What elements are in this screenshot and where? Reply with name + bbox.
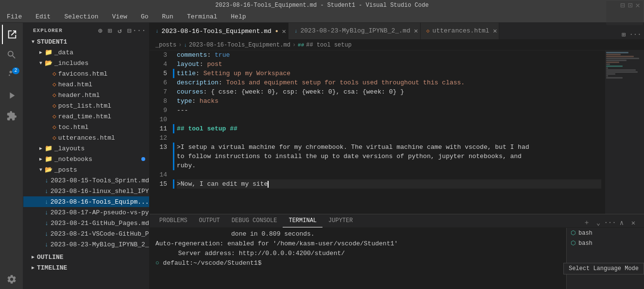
code-line-11: ## tool setup ## — [177, 124, 601, 133]
menu-terminal[interactable]: Terminal — [184, 12, 220, 21]
line-num-11: 11 — [150, 124, 167, 133]
code-line-15: >Now, I can edit my site — [177, 179, 601, 189]
menu-edit[interactable]: Edit — [33, 12, 53, 21]
folder-icon: 📁 — [45, 48, 52, 56]
breadcrumb-file[interactable]: 2023-08-16-Tools_Equipment.md — [189, 42, 290, 48]
tab-problems[interactable]: PROBLEMS — [153, 214, 193, 227]
menu-selection[interactable]: Selection — [61, 12, 101, 21]
tab-close-btn[interactable]: ✕ — [282, 27, 286, 35]
line-num-13c — [150, 161, 167, 170]
tab-myblog[interactable]: ↓ 2023-08-23-MyBlog_IPYNB_2_.md ✕ — [288, 23, 421, 39]
code-content[interactable]: comments: true layout: post title: Setti… — [173, 50, 605, 214]
code-line-9: --- — [177, 106, 601, 115]
activity-settings[interactable] — [2, 270, 21, 289]
sidebar-item-head[interactable]: ◇ head.html — [23, 79, 149, 90]
breadcrumb-section[interactable]: ## tool setup — [306, 42, 352, 48]
bash-icon: ⬡ — [571, 229, 576, 237]
activity-explorer[interactable] — [2, 25, 21, 44]
sidebar-item-timeline[interactable]: ▶ TIMELINE — [23, 262, 149, 273]
breadcrumb-posts[interactable]: _posts — [155, 42, 176, 48]
sidebar-item-utterances[interactable]: ◇ utterances.html — [23, 132, 149, 143]
terminal-content[interactable]: done in 0.809 seconds. Auto-regeneration… — [150, 228, 566, 289]
new-folder-icon[interactable]: ⊞ — [106, 27, 114, 34]
tab-tools-equipment[interactable]: ↓ 2023-08-16-Tools_Equipment.md ● ✕ — [150, 23, 288, 39]
new-file-icon[interactable]: ⊕ — [97, 27, 104, 34]
editor-area: ↓ 2023-08-16-Tools_Equipment.md ● ✕ ↓ 20… — [150, 23, 644, 289]
terminal-line-2: Auto-regeneration: enabled for '/home/ka… — [155, 240, 560, 248]
sidebar-item-linux[interactable]: ↓ 2023-08-16-linux_shell_IPYNB_... — [23, 186, 149, 196]
terminal-maximize-icon[interactable]: ∧ — [617, 218, 627, 227]
add-terminal-icon[interactable]: ＋ — [582, 218, 592, 227]
tab-jupyter[interactable]: JUPYTER — [322, 214, 358, 227]
menu-view[interactable]: View — [109, 12, 130, 21]
sidebar-item-pseudo[interactable]: ↓ 2023-08-17-AP-pseudo-vs-pyth... — [23, 207, 149, 218]
terminal-split-icon[interactable]: ⌄ — [593, 218, 603, 227]
minimap-line — [606, 54, 621, 55]
sidebar-item-toc[interactable]: ◇ toc.html — [23, 122, 149, 132]
activity-search[interactable] — [2, 45, 21, 64]
menu-file[interactable]: File — [4, 12, 25, 21]
line-num-13b — [150, 152, 167, 161]
modified-dot: ● — [275, 29, 278, 34]
more-tabs-icon[interactable]: ··· — [630, 30, 640, 39]
activity-source-control[interactable]: 2 — [2, 65, 21, 85]
code-editor[interactable]: 3 4 5 6 7 8 9 10 11 12 13 14 15 — [150, 50, 644, 214]
sidebar-item-data[interactable]: ▶ 📁 _data — [23, 47, 149, 58]
minimap-line — [606, 62, 619, 63]
line-num-10: 10 — [150, 115, 167, 124]
line-num-8: 8 — [150, 96, 167, 106]
line-num-7: 7 — [150, 87, 167, 96]
sidebar-item-myblog[interactable]: ↓ 2023-08-23-MyBlog_IPYNB_2_... — [23, 239, 149, 250]
sidebar-item-tools-equip[interactable]: ↓ 2023-08-16-Tools_Equipm... M — [23, 196, 149, 207]
tab-output[interactable]: OUTPUT — [193, 214, 226, 227]
sidebar-item-layouts[interactable]: ▶ 📁 _layouts — [23, 143, 149, 154]
bash-item-1[interactable]: ⬡ bash — [567, 228, 644, 238]
tab-terminal[interactable]: TERMINAL — [283, 214, 322, 227]
text-cursor — [268, 181, 269, 188]
terminal-body: done in 0.809 seconds. Auto-regeneration… — [150, 228, 644, 289]
bash-item-2[interactable]: ⬡ bash — [567, 238, 644, 248]
sidebar-item-outline[interactable]: ▶ OUTLINE — [23, 252, 149, 262]
split-editor-icon[interactable]: ⊞ — [619, 30, 628, 39]
modified-badge — [141, 157, 145, 161]
tab-close-btn[interactable]: ✕ — [414, 27, 418, 35]
line-num-4: 4 — [150, 60, 167, 69]
html-file-icon: ◇ — [52, 70, 56, 78]
lang-mode-tooltip[interactable]: Select Language Mode — [563, 263, 644, 274]
blue-bar — [173, 143, 174, 152]
line-num-6: 6 — [150, 78, 167, 87]
menu-go[interactable]: Go — [138, 12, 152, 21]
sidebar-item-favicons[interactable]: ◇ favicons.html — [23, 68, 149, 79]
md-file-icon: ↓ — [45, 177, 49, 184]
terminal-more-icon[interactable]: ··· — [605, 218, 615, 227]
code-line-4: layout: post — [177, 60, 601, 69]
refresh-icon[interactable]: ↺ — [116, 27, 124, 34]
more-options-icon[interactable]: ··· — [136, 27, 143, 34]
html-file-icon: ◇ — [52, 134, 56, 142]
code-line-12 — [177, 133, 601, 143]
menu-help[interactable]: Help — [228, 12, 249, 21]
sidebar-item-vscode-github[interactable]: ↓ 2023-08-21-VSCode-GitHub_Pa... — [23, 228, 149, 239]
sidebar-item-notebooks[interactable]: ▶ 📁 _notebooks — [23, 154, 149, 164]
code-line-3: comments: true — [177, 50, 601, 60]
sidebar-item-github-pages[interactable]: ↓ 2023-08-21-GitHub_Pages.md — [23, 218, 149, 228]
minimap-line — [606, 58, 639, 59]
activity-run[interactable] — [2, 86, 21, 105]
terminal-close-icon[interactable]: ✕ — [628, 218, 638, 227]
tab-utterances[interactable]: ◇ utterances.html ✕ — [421, 23, 500, 39]
sidebar-item-sprint[interactable]: ↓ 2023-08-15-Tools_Sprint.md — [23, 175, 149, 186]
sidebar-item-header[interactable]: ◇ header.html — [23, 90, 149, 100]
sidebar-item-posts[interactable]: ▼ 📂 _posts — [23, 164, 149, 175]
terminal-line-1: done in 0.809 seconds. — [155, 230, 560, 239]
bash-icon: ⬡ — [571, 240, 576, 247]
tree-root[interactable]: ▼ STUDENT1 — [23, 36, 149, 47]
sidebar-item-readtime[interactable]: ◇ read_time.html — [23, 111, 149, 122]
terminal-panel: PROBLEMS OUTPUT DEBUG CONSOLE TERMINAL J… — [150, 214, 644, 289]
sidebar-item-postlist[interactable]: ◇ post_list.html — [23, 100, 149, 111]
menu-run[interactable]: Run — [159, 12, 176, 21]
line-num-9: 9 — [150, 106, 167, 115]
sidebar-item-includes[interactable]: ▼ 📂 _includes — [23, 58, 149, 68]
tab-debug-console[interactable]: DEBUG CONSOLE — [226, 214, 283, 227]
tab-close-btn[interactable]: ✕ — [493, 27, 497, 35]
activity-extensions[interactable] — [2, 106, 21, 126]
